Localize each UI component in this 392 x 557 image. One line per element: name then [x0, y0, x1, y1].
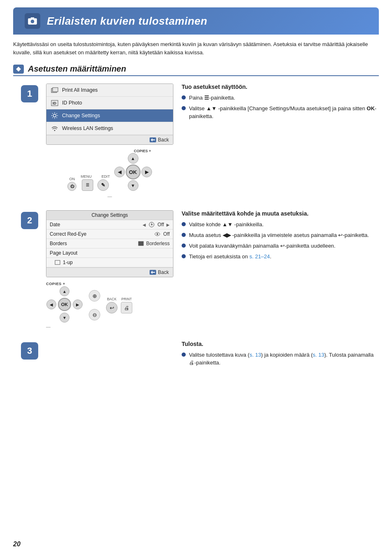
nav-cross-1-wrap: COPIES + ▲ ◀ OK ▶ ▼	[114, 149, 152, 191]
gear-icon	[51, 112, 58, 119]
step-3-bullet-1: Valitse tulostettava kuva (s. 13) ja kop…	[182, 351, 379, 367]
step-2-desc: Valitse määritettävä kohde ja muuta aset…	[182, 210, 379, 263]
svg-rect-18	[55, 260, 60, 265]
clock-icon	[148, 222, 155, 227]
link-s21-24: s. 21–24	[249, 253, 270, 260]
svg-text:ID: ID	[53, 101, 57, 105]
bullet-dot	[182, 95, 186, 100]
step-3-desc: Tulosta. Valitse tulostettava kuva (s. 1…	[182, 341, 379, 370]
step-2-controller: COPIES + ▲ ◀ OK ▶ ▼ —	[46, 281, 173, 329]
right-btns-2: BACK ↩ PRINT 🖨	[106, 297, 132, 313]
edit-button[interactable]: ✎	[97, 179, 109, 191]
dash-line-2: —	[46, 324, 51, 329]
nav-cross-1: ▲ ◀ OK ▶ ▼	[114, 153, 152, 191]
cs-label-1up: 1-up	[63, 260, 170, 265]
wireless-icon	[51, 125, 58, 132]
print-button-2[interactable]: 🖨	[121, 302, 132, 313]
bullet-dot	[182, 222, 186, 226]
bullet-dot	[182, 106, 186, 110]
step-1-bullet-1: Paina ☰-painiketta.	[182, 94, 379, 102]
section-title: Asetusten määrittäminen	[28, 64, 126, 74]
cs-value-red-eye: Off	[163, 231, 170, 237]
bullet-dot	[182, 244, 186, 248]
oneup-icon	[55, 260, 60, 265]
menu-item-id-photo: ID ID Photo	[46, 97, 173, 109]
back-btn-2-wrap: BACK ↩	[106, 297, 118, 313]
step-1-bullets: Paina ☰-painiketta. Valitse ▲▼ -painikke…	[182, 94, 379, 121]
menu-item-change-settings-label: Change Settings	[62, 113, 100, 118]
step-1-bullet-2: Valitse ▲▼ -painikkeilla [Change Setting…	[182, 105, 379, 121]
intro-paragraph: Käytettävissäsi on useita tulostustoimin…	[13, 40, 379, 57]
copies-cross-wrap: COPIES + ▲ ◀ OK ▶ ▼ —	[46, 281, 83, 329]
images-icon	[51, 87, 58, 93]
step-2-bullet-3: Voit palata kuvanäkymään painamalla ↩-pa…	[182, 242, 379, 250]
step-2-number-col: 2	[13, 210, 46, 229]
step-1-visual: Print All Images ID ID Photo	[46, 84, 173, 199]
cs-value-date: Off	[157, 222, 164, 227]
camera-icon	[27, 16, 38, 26]
menu-item-wireless-label: Wireless LAN Settings	[62, 125, 113, 131]
svg-point-9	[54, 130, 55, 131]
step-1-number: 1	[21, 85, 38, 102]
nav-cross-2: ▲ ◀ OK ▶ ▼	[46, 286, 83, 323]
step-1-desc: Tuo asetukset näyttöön. Paina ☰-painiket…	[182, 84, 379, 123]
right-button-1[interactable]: ▶	[141, 167, 152, 177]
back-button-2[interactable]: ↩	[106, 302, 118, 313]
up-button-1[interactable]: ▲	[128, 153, 138, 164]
svg-point-16	[157, 233, 158, 235]
magnify-top: ⊕	[89, 290, 100, 302]
copies-plus-label-1: COPIES +	[134, 149, 151, 153]
right-button-2[interactable]: ▶	[73, 299, 83, 309]
cs-row-page-layout: Page Layout	[46, 248, 173, 258]
up-button-2[interactable]: ▲	[60, 286, 69, 296]
step-2-bullet-1-text: Valitse kohde ▲▼ -painikkeilla.	[189, 221, 264, 229]
magnify-plus-button[interactable]: ⊕	[89, 290, 100, 302]
page-title: Erilaisten kuvien tulostaminen	[47, 15, 208, 28]
down-button-2[interactable]: ▼	[60, 313, 69, 323]
eye-icon	[154, 231, 161, 237]
menu-back-2: Back	[46, 267, 173, 277]
cs-value-borders: Borderless	[146, 241, 170, 246]
left-button-1[interactable]: ◀	[114, 167, 125, 177]
power-button[interactable]: ⏻	[67, 182, 76, 191]
s1-top-row: ON ⏻ MENU EDIT ☰ ✎	[67, 149, 152, 191]
bullet-dot	[182, 254, 186, 258]
step-1-bullet-2-text: Valitse ▲▼ -painikkeilla [Change Setting…	[189, 105, 379, 121]
magnify-minus-button[interactable]: ⊖	[89, 309, 100, 320]
menu-item-print-all: Print All Images	[46, 84, 173, 97]
step-3-bullet-1-text: Valitse tulostettava kuva (s. 13) ja kop…	[189, 351, 379, 367]
ok-button-1[interactable]: OK	[126, 165, 141, 179]
id-icon: ID	[51, 100, 58, 106]
print-btn-label: PRINT	[121, 297, 132, 301]
settings-icon	[51, 111, 59, 120]
on-label: ON	[69, 177, 75, 181]
menu-button[interactable]: ☰	[82, 179, 93, 191]
back-label-2: Back	[158, 269, 169, 275]
section-header: Asetusten määrittäminen	[13, 64, 379, 76]
link-s13-2: s. 13	[313, 352, 324, 358]
left-button-2[interactable]: ◀	[46, 299, 56, 309]
step-2-bullet-4: Tietoja eri asetuksista on s. 21–24.	[182, 253, 379, 261]
dash-line-1: —	[108, 194, 112, 199]
step-3-title: Tulosta.	[182, 341, 379, 347]
svg-rect-17	[138, 241, 143, 246]
svg-marker-10	[151, 138, 155, 142]
cs-row-1up: 1-up	[46, 258, 173, 267]
step-3-row: 3 Tulosta. Valitse tulostettava kuva (s.…	[13, 341, 379, 370]
menu-item-change-settings: Change Settings	[46, 109, 173, 122]
down-button-1[interactable]: ▼	[128, 180, 138, 191]
back-icon-2	[151, 271, 155, 274]
magnify-bot: ⊖	[89, 309, 100, 320]
diamond-icon	[16, 66, 21, 72]
step-1-number-col: 1	[13, 84, 46, 102]
ok-button-2[interactable]: OK	[58, 298, 71, 311]
step-2-number: 2	[21, 212, 38, 229]
back-label-1: Back	[158, 137, 169, 143]
step-1-row: 1 Print All Images	[13, 84, 379, 199]
section-icon	[13, 65, 24, 74]
svg-marker-19	[151, 271, 155, 274]
cs-label-red-eye: Correct Red-Eye	[50, 231, 152, 237]
print-btn-wrap: PRINT 🖨	[121, 297, 132, 313]
step-1-bullet-1-text: Paina ☰-painiketta.	[189, 94, 235, 102]
svg-rect-5	[53, 88, 58, 92]
